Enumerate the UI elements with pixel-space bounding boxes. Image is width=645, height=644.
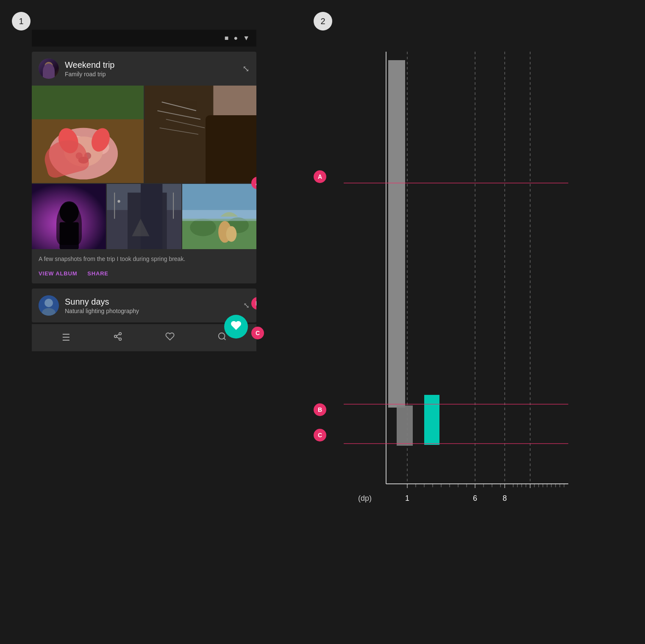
svg-point-29 [118, 200, 120, 203]
dropdown-icon: ▼ [243, 34, 250, 42]
card-subtitle: Family road trip [65, 71, 242, 78]
left-panel: 1 ■ ● ▼ Weekend trip Family road trip ⤡ [0, 0, 297, 644]
svg-text:1: 1 [405, 494, 409, 502]
view-album-button[interactable]: VIEW ALBUM [39, 270, 77, 277]
share-nav-icon[interactable] [113, 332, 122, 344]
svg-point-10 [78, 157, 89, 164]
card-body: A few snapshots from the trip I took dur… [32, 247, 256, 283]
card-title-group: Weekend trip Family road trip [65, 60, 242, 78]
svg-point-41 [114, 336, 117, 338]
photo-building[interactable] [107, 184, 181, 249]
card-weekend-trip: Weekend trip Family road trip ⤡ [32, 52, 256, 283]
stop-icon: ■ [225, 34, 229, 42]
svg-rect-22 [60, 222, 79, 250]
avatar-face [44, 62, 53, 70]
avatar-image [39, 58, 59, 79]
search-nav-icon[interactable] [217, 332, 227, 344]
photo-bottom-row [32, 184, 256, 247]
bottom-nav: ☰ [32, 324, 256, 351]
svg-rect-52 [388, 60, 405, 408]
svg-point-40 [119, 333, 121, 335]
circle-icon: ● [234, 34, 238, 42]
card2-header: Sunny days Natural lighting photography … [32, 289, 256, 322]
svg-text:8: 8 [503, 494, 507, 502]
svg-point-6 [76, 153, 83, 159]
panel-label-2: 2 [314, 12, 332, 31]
svg-rect-17 [213, 86, 256, 183]
svg-point-32 [190, 219, 216, 236]
photo-silhouette[interactable] [32, 184, 106, 249]
svg-point-42 [119, 338, 121, 341]
card1-header: Weekend trip Family road trip ⤡ [32, 52, 256, 86]
svg-point-45 [218, 333, 225, 339]
card-sunny-days: Sunny days Natural lighting photography … [32, 289, 256, 322]
photo-landscape[interactable] [182, 184, 256, 249]
svg-text:(dp): (dp) [358, 494, 372, 502]
svg-rect-26 [141, 184, 162, 249]
menu-nav-icon[interactable]: ☰ [62, 332, 70, 343]
like-nav-icon[interactable] [165, 332, 175, 344]
photo-chalkboard[interactable] [145, 86, 256, 183]
svg-rect-36 [182, 210, 256, 221]
svg-rect-53 [397, 405, 413, 446]
status-bar: ■ ● ▼ [32, 30, 256, 47]
card-title: Weekend trip [65, 60, 242, 70]
badge-b-right: B [314, 403, 326, 416]
card2-subtitle: Natural lighting photography [65, 308, 243, 314]
svg-text:6: 6 [473, 494, 477, 502]
fab-heart-icon [231, 320, 242, 333]
svg-point-21 [60, 201, 79, 223]
card2-title: Sunny days [65, 297, 243, 307]
card-description: A few snapshots from the trip I took dur… [39, 254, 250, 264]
fab-button[interactable] [224, 315, 248, 339]
photo-grid [32, 86, 256, 247]
photo-pig[interactable] [32, 86, 144, 183]
badge-a-right: A [314, 170, 326, 183]
card2-title-group: Sunny days Natural lighting photography [65, 297, 243, 314]
chart-svg: (dp) 1 6 8 [314, 39, 628, 590]
svg-point-18 [220, 132, 250, 175]
card2-share-icon[interactable]: ⤡ [243, 301, 250, 310]
svg-point-35 [226, 226, 236, 242]
svg-line-43 [116, 337, 119, 339]
svg-line-44 [116, 334, 119, 336]
avatar [39, 58, 59, 79]
badge-c-left: C [251, 327, 264, 339]
svg-point-7 [84, 153, 91, 159]
share-action-button[interactable]: SHARE [87, 270, 108, 277]
svg-line-46 [224, 339, 225, 340]
badge-c-right: C [314, 429, 326, 441]
svg-rect-54 [424, 395, 439, 445]
svg-rect-20 [32, 184, 106, 249]
share-button[interactable]: ⤡ [242, 64, 250, 74]
card-actions: VIEW ALBUM SHARE [39, 270, 250, 277]
phone-container: ■ ● ▼ Weekend trip Family road trip ⤡ [32, 30, 256, 351]
svg-rect-12 [145, 86, 213, 183]
avatar2 [39, 295, 59, 316]
chart-container: A B C [314, 39, 628, 590]
panel-label-1: 1 [12, 12, 31, 31]
svg-point-38 [44, 299, 53, 307]
right-panel: 2 A B C [297, 0, 645, 644]
photo-grid-wrapper: A [32, 86, 256, 247]
